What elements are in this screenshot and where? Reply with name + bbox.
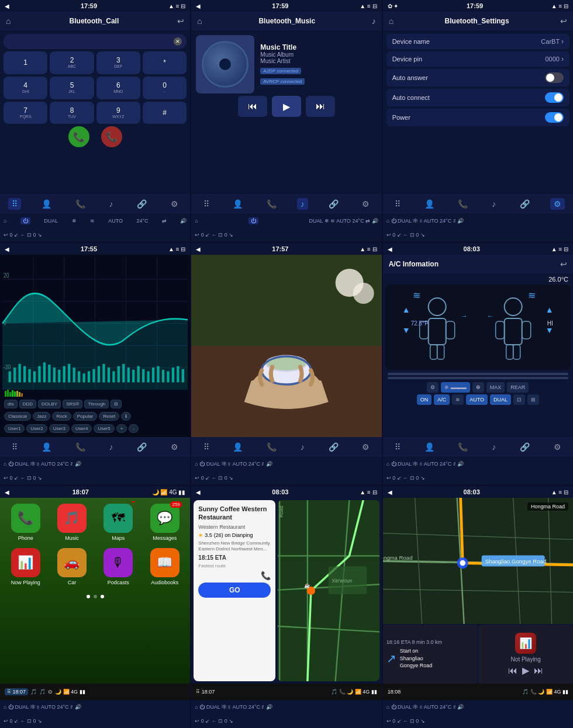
tab-grid-3[interactable]: ⠿: [391, 198, 404, 210]
back-arrow-2[interactable]: ◀: [196, 3, 201, 9]
tab-gear-2[interactable]: ⚙: [358, 198, 373, 210]
app-audiobooks[interactable]: 📖 Audiobooks: [145, 548, 184, 585]
eq-remove[interactable]: -: [129, 424, 139, 433]
dial-hash[interactable]: #: [143, 102, 187, 124]
setting-device-name[interactable]: Device name CarBT ›: [386, 34, 569, 49]
home-icon-1[interactable]: ⌂: [6, 16, 11, 26]
prev-btn[interactable]: ⏮: [238, 96, 267, 117]
tab-music-5[interactable]: ♪: [297, 441, 308, 453]
home-icon-3[interactable]: ⌂: [389, 16, 393, 26]
preset-classical[interactable]: Classical: [4, 412, 31, 421]
tab-music-4[interactable]: ♪: [106, 441, 117, 453]
eq-extra[interactable]: ⊟: [111, 400, 122, 408]
dial-3[interactable]: 3DEF: [96, 51, 140, 74]
ac-ac-btn[interactable]: A/C: [434, 394, 450, 405]
preset-user5[interactable]: User5: [94, 424, 114, 433]
call-button[interactable]: 📞: [68, 126, 89, 147]
tab-user-2[interactable]: 👤: [229, 198, 246, 210]
nav-map[interactable]: ☕ Xin'ercun Road: [278, 500, 379, 681]
setting-device-pin[interactable]: Device pin 0000 ›: [386, 51, 569, 67]
tab-music[interactable]: ♪: [106, 198, 117, 210]
climate-vol[interactable]: 🔊: [180, 218, 187, 224]
tab-grid-4[interactable]: ⠿: [8, 441, 21, 453]
eq-ddd[interactable]: DDD: [19, 400, 36, 408]
tab-grid-6[interactable]: ⠿: [391, 441, 404, 453]
eq-info[interactable]: ℹ: [121, 412, 131, 421]
ac-settings-btn[interactable]: ⚙: [427, 382, 439, 393]
ac-fan-btn[interactable]: ❆: [472, 382, 484, 393]
ac-rear-btn[interactable]: REAR: [507, 382, 529, 393]
preset-user3[interactable]: User3: [49, 424, 70, 433]
tab-phone-6[interactable]: 📞: [454, 441, 471, 453]
dial-0[interactable]: 0-: [143, 77, 187, 99]
eq-through[interactable]: Through: [84, 400, 109, 408]
tab-grid-5[interactable]: ⠿: [200, 441, 213, 453]
ac-on-btn[interactable]: ON: [417, 394, 432, 405]
ac-seat-heat-btn[interactable]: ⊡: [513, 394, 525, 405]
ac-max-btn[interactable]: MAX: [486, 382, 505, 393]
power-toggle[interactable]: [545, 112, 564, 123]
tab-music-3[interactable]: ♪: [488, 198, 499, 210]
tab-music-6[interactable]: ♪: [488, 441, 499, 453]
climate-ac[interactable]: ≋: [90, 218, 95, 224]
back-arrow-8[interactable]: ◀: [196, 489, 201, 495]
ac-auto-btn[interactable]: AUTO: [466, 394, 488, 405]
dial-1[interactable]: 1: [4, 51, 47, 74]
go-button[interactable]: GO: [198, 583, 271, 598]
eq-dts[interactable]: dts: [4, 400, 18, 408]
app-maps[interactable]: 🗺 Maps: [99, 504, 138, 541]
eq-add[interactable]: +: [116, 424, 127, 433]
dial-5[interactable]: 5JKL: [50, 77, 94, 99]
dial-2[interactable]: 2ABC: [50, 51, 94, 74]
tab-phone-5[interactable]: 📞: [263, 441, 280, 453]
hangup-button[interactable]: 📞: [101, 126, 122, 147]
tab-gear-5[interactable]: ⚙: [358, 441, 373, 453]
back-arrow-4[interactable]: ◀: [5, 246, 9, 252]
phone-search[interactable]: ✕: [4, 34, 187, 49]
ac-frost-btn[interactable]: ❄ ▬▬▬: [441, 382, 470, 393]
search-clear-btn[interactable]: ✕: [174, 37, 182, 46]
tab-grid-2[interactable]: ⠿: [200, 198, 213, 210]
power-btn-1[interactable]: ⏻: [20, 217, 30, 224]
preset-jazz[interactable]: Jazz: [33, 412, 50, 421]
power-btn-2[interactable]: ⏻: [248, 217, 258, 224]
preset-user1[interactable]: User1: [4, 424, 25, 433]
back-arrow-6[interactable]: ◀: [388, 246, 392, 252]
tab-link-2[interactable]: 🔗: [325, 198, 342, 210]
tab-gear-6[interactable]: ⚙: [550, 441, 565, 453]
dial-7[interactable]: 7PQRS: [4, 102, 47, 124]
preset-user2[interactable]: User2: [26, 424, 47, 433]
music-play-btn[interactable]: ▶: [522, 665, 529, 676]
app-messages[interactable]: 💬 259 Messages: [145, 504, 184, 541]
back-icon-1[interactable]: ↩: [177, 16, 184, 26]
tab-user-4[interactable]: 👤: [38, 441, 55, 453]
app-podcasts[interactable]: 🎙 Podcasts: [99, 548, 138, 585]
eq-dolby[interactable]: DOLBY: [38, 400, 61, 408]
climate-sync[interactable]: ⇄: [162, 218, 167, 224]
tab-link-6[interactable]: 🔗: [516, 441, 533, 453]
play-btn[interactable]: ▶: [272, 96, 301, 117]
preset-reset[interactable]: Reset: [99, 412, 119, 421]
tab-link[interactable]: 🔗: [133, 198, 150, 210]
tab-music-2[interactable]: ♪: [297, 198, 308, 210]
auto-connect-toggle[interactable]: [545, 92, 564, 103]
next-btn[interactable]: ⏭: [306, 96, 335, 117]
cl2-home[interactable]: ⌂: [195, 218, 198, 224]
music-prev-btn[interactable]: ⏮: [508, 665, 517, 676]
climate-fan[interactable]: ❄: [72, 218, 77, 224]
ac-defrost-btn[interactable]: ≋: [452, 394, 464, 405]
app-music[interactable]: 🎵 Music: [52, 504, 91, 541]
tab-phone[interactable]: 📞: [72, 198, 89, 210]
tab-user-6[interactable]: 👤: [421, 441, 438, 453]
app-now-playing[interactable]: 📊 Now Playing: [6, 548, 45, 585]
back-arrow-9[interactable]: ◀: [388, 489, 392, 495]
tab-user[interactable]: 👤: [38, 198, 55, 210]
ac-dual-btn[interactable]: DUAL: [490, 394, 511, 405]
tab-link-3[interactable]: 🔗: [516, 198, 533, 210]
preset-rock[interactable]: Rock: [52, 412, 71, 421]
tab-user-5[interactable]: 👤: [229, 441, 246, 453]
dial-6[interactable]: 6MNO: [96, 77, 140, 99]
tab-grid[interactable]: ⠿: [8, 198, 21, 210]
back-icon-3[interactable]: ↩: [560, 16, 567, 26]
tab-user-3[interactable]: 👤: [421, 198, 438, 210]
